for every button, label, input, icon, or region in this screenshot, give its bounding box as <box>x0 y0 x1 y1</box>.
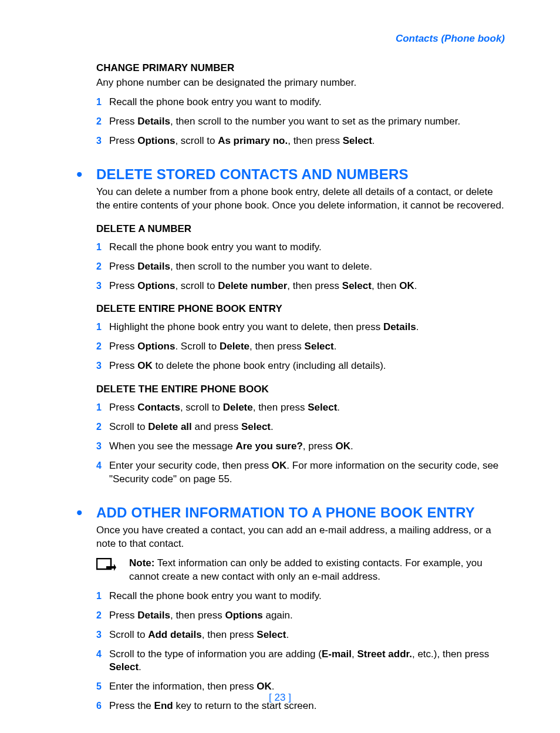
steps-delete-number: 1Recall the phone book entry you want to… <box>96 241 507 293</box>
step-number: 2 <box>96 340 109 353</box>
step-text: Press Details, then scroll to the number… <box>109 260 507 274</box>
list-item: 2Press Options. Scroll to Delete, then p… <box>96 340 507 354</box>
list-item: 2Press Details, then scroll to the numbe… <box>96 260 507 274</box>
list-item: 2Press Details, then press Options again… <box>96 609 507 623</box>
list-item: 3Press OK to delete the phone book entry… <box>96 359 507 373</box>
step-number: 4 <box>96 459 109 472</box>
section-add-info: ADD OTHER INFORMATION TO A PHONE BOOK EN… <box>96 505 475 521</box>
list-item: 1Press Contacts, scroll to Delete, then … <box>96 401 507 415</box>
step-text: Enter your security code, then press OK.… <box>109 459 507 486</box>
step-text: Press Options. Scroll to Delete, then pr… <box>109 340 507 354</box>
bullet-icon: • <box>76 504 96 522</box>
step-text: Recall the phone book entry you want to … <box>109 241 507 254</box>
step-text: Press Contacts, scroll to Delete, then p… <box>109 401 507 415</box>
list-item: 2Scroll to Delete all and press Select. <box>96 421 507 434</box>
step-text: Press Details, then press Options again. <box>109 609 507 623</box>
step-number: 1 <box>96 241 109 254</box>
step-number: 4 <box>96 648 109 661</box>
steps-change-primary: 1Recall the phone book entry you want to… <box>96 96 507 148</box>
step-text: Scroll to Delete all and press Select. <box>109 421 507 434</box>
note-text: Note: Text information can only be added… <box>129 557 507 584</box>
step-number: 1 <box>96 590 109 603</box>
step-number: 2 <box>96 421 109 433</box>
step-number: 2 <box>96 115 109 128</box>
subhead-delete-number: DELETE A NUMBER <box>96 223 507 235</box>
step-number: 2 <box>96 609 109 622</box>
subhead-delete-all: DELETE THE ENTIRE PHONE BOOK <box>96 384 507 395</box>
step-text: When you see the message Are you sure?, … <box>109 440 507 453</box>
step-number: 3 <box>96 440 109 453</box>
step-number: 3 <box>96 628 109 641</box>
page-header: Contacts (Phone book) <box>76 33 507 45</box>
intro-add-info: Once you have created a contact, you can… <box>96 524 507 551</box>
subhead-change-primary: CHANGE PRIMARY NUMBER <box>96 62 507 74</box>
step-number: 1 <box>96 321 109 334</box>
step-text: Press Options, scroll to Delete number, … <box>109 280 507 293</box>
step-text: Highlight the phone book entry you want … <box>109 321 507 334</box>
list-item: 4Enter your security code, then press OK… <box>96 459 507 486</box>
list-item: 3Press Options, scroll to Delete number,… <box>96 280 507 293</box>
intro-delete-stored: You can delete a number from a phone boo… <box>96 186 507 213</box>
step-text: Press OK to delete the phone book entry … <box>109 359 507 373</box>
steps-delete-entry: 1Highlight the phone book entry you want… <box>96 321 507 373</box>
bullet-icon: • <box>76 166 96 183</box>
step-text: Recall the phone book entry you want to … <box>109 96 507 109</box>
subhead-delete-entry: DELETE ENTIRE PHONE BOOK ENTRY <box>96 303 507 315</box>
list-item: 3Press Options, scroll to As primary no.… <box>96 135 507 148</box>
step-number: 5 <box>96 680 109 693</box>
step-text: Press Details, then scroll to the number… <box>109 115 507 129</box>
step-number: 1 <box>96 401 109 414</box>
step-text: Scroll to the type of information you ar… <box>109 648 507 675</box>
section-delete-stored: DELETE STORED CONTACTS AND NUMBERS <box>96 166 409 183</box>
step-number: 3 <box>96 135 109 147</box>
step-number: 3 <box>96 280 109 292</box>
list-item: 1Highlight the phone book entry you want… <box>96 321 507 334</box>
list-item: 4Scroll to the type of information you a… <box>96 648 507 675</box>
list-item: 3Scroll to Add details, then press Selec… <box>96 628 507 642</box>
list-item: 1Recall the phone book entry you want to… <box>96 96 507 109</box>
step-text: Press Options, scroll to As primary no.,… <box>109 135 507 148</box>
list-item: 3When you see the message Are you sure?,… <box>96 440 507 453</box>
note-icon <box>96 557 129 573</box>
steps-delete-all: 1Press Contacts, scroll to Delete, then … <box>96 401 507 486</box>
intro-change-primary: Any phone number can be designated the p… <box>96 76 507 90</box>
step-text: Recall the phone book entry you want to … <box>109 590 507 603</box>
step-text: Scroll to Add details, then press Select… <box>109 628 507 642</box>
list-item: 1Recall the phone book entry you want to… <box>96 590 507 603</box>
step-number: 2 <box>96 260 109 273</box>
list-item: 2Press Details, then scroll to the numbe… <box>96 115 507 129</box>
page-number: [ 23 ] <box>0 692 560 704</box>
step-number: 1 <box>96 96 109 109</box>
list-item: 1Recall the phone book entry you want to… <box>96 241 507 254</box>
step-number: 3 <box>96 359 109 372</box>
